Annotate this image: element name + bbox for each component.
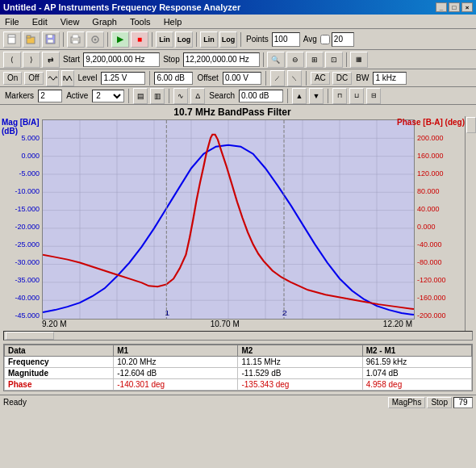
y-right-tick-10: -200.000 [417,311,446,320]
toolbar-level: On Off Level Offset ⟋ ⟍ AC DC BW [0,69,476,87]
scroll-thumb[interactable] [466,117,476,133]
row-mag-m2: -11.529 dB [238,368,362,379]
row-freq-m1: 10.20 MHz [114,357,238,368]
tb3-sep2 [265,71,266,86]
stop-status-button[interactable]: Stop [427,397,452,408]
zoom-all-button[interactable]: ⊞ [306,52,324,68]
toolbar-separator-1 [63,32,64,47]
chart-area: 10.7 MHz BandPass Filter Mag [B/A] (dB) … [0,105,465,331]
slope2-button[interactable]: ⟍ [287,70,302,86]
off-button[interactable]: Off [24,72,43,85]
lin-button[interactable]: Lin [156,31,173,48]
status-right: MagPhs Stop 79 [388,397,473,408]
settings-button[interactable] [86,31,104,48]
minimize-button[interactable]: _ [436,2,447,12]
title-bar: Untitled - AP Instruments Frequency Resp… [0,0,476,15]
fwd-button[interactable]: ⟩ [23,52,40,68]
on-button[interactable]: On [3,72,22,85]
autoscale-button[interactable]: ⊡ [325,52,343,68]
svg-rect-3 [27,36,31,38]
close-button[interactable]: × [461,2,473,12]
search-back-button[interactable]: ▼ [309,88,324,104]
bw-label: BW [354,73,370,82]
magphs-button[interactable]: MagPhs [388,397,426,408]
y-left-tick-8: -35.000 [15,276,40,284]
points-input[interactable] [272,32,300,47]
svg-rect-0 [8,35,15,44]
print-button[interactable] [67,31,85,48]
y-right-label: Phase [B-A] (deg) [397,118,465,127]
grid-button[interactable]: ▦ [350,52,368,68]
status-number: 79 [453,397,473,408]
col-header-diff: M2 - M1 [362,345,471,357]
menu-view[interactable]: View [59,17,81,27]
window-title: Untitled - AP Instruments Frequency Resp… [3,2,240,12]
max-button[interactable]: ⊔ [349,88,364,104]
y-right-tick-4: 40.000 [417,205,440,213]
marker-icon1[interactable]: ▤ [133,88,148,104]
search-fwd-button[interactable]: ▲ [292,88,307,104]
y-right-tick-5: 0.000 [417,223,436,231]
zoom-out-button[interactable]: ⊖ [286,52,304,68]
vertical-scrollbar[interactable] [465,116,476,331]
min-button[interactable]: ⊓ [332,88,347,104]
swap-button[interactable]: ⇄ [42,52,60,68]
markers-count-input[interactable] [38,90,62,102]
level-input[interactable] [101,72,145,85]
toolbar-sep-freq [263,52,264,67]
db-input[interactable] [154,72,193,85]
row-phase-m2: -135.343 deg [238,379,362,391]
h-scroll-thumb[interactable] [6,332,54,340]
x-axis-labels: 9.20 M 10.70 M 12.20 M [0,320,412,328]
new-button[interactable] [3,31,21,48]
marker-btn3[interactable]: ⊟ [366,88,381,104]
horizontal-scrollbar[interactable] [3,331,473,341]
zoom-in-button[interactable]: 🔍 [267,52,285,68]
stop-button[interactable]: ■ [131,31,148,48]
x-tick-0: 9.20 M [42,320,67,328]
y-right-tick-8: -120.000 [417,276,446,284]
slope1-button[interactable]: ⟋ [270,70,285,86]
run-button[interactable]: ▶ [111,31,129,48]
menu-edit[interactable]: Edit [31,17,49,27]
title-bar-buttons: _ □ × [436,2,473,12]
menu-tools[interactable]: Tools [128,17,152,27]
stop-freq-input[interactable] [183,52,260,67]
save-button[interactable] [42,31,60,48]
status-bar: Ready MagPhs Stop 79 [0,395,476,409]
log-button[interactable]: Log [175,31,193,48]
svg-point-11 [94,38,97,40]
offset-label: Offset [195,73,220,82]
marker-icon2[interactable]: ▥ [150,88,165,104]
active-label: Active [65,91,90,100]
menu-help[interactable]: Help [162,17,184,27]
avg-input[interactable] [332,32,354,47]
y-left-tick-6: -25.000 [15,240,40,249]
search-input[interactable] [239,90,283,102]
y-right-tick-0: 200.000 [417,134,444,142]
save-icon [45,34,56,45]
maximize-button[interactable]: □ [449,2,460,12]
dc-button[interactable]: DC [332,72,352,85]
markers-label: Markers [3,91,35,100]
logx-button[interactable]: Log [219,31,237,48]
toolbar-separator-3 [152,32,152,47]
menu-graph[interactable]: Graph [90,17,119,27]
open-button[interactable] [23,31,40,48]
search-label: Search [207,91,236,100]
y-left-tick-1: 0.000 [21,152,40,160]
active-marker-select[interactable]: 2 1 [92,90,124,102]
chart-plot[interactable]: 1 2 [42,119,415,320]
start-freq-input[interactable] [83,52,160,67]
y-left-tick-4: -15.000 [15,205,40,213]
offset-input[interactable] [223,72,261,85]
linx-button[interactable]: Lin [200,31,218,48]
menu-file[interactable]: File [3,17,21,27]
avg-checkbox[interactable] [320,35,330,44]
bw-input[interactable] [373,72,407,85]
x-tick-1: 10.70 M [211,320,240,328]
ac-button[interactable]: AC [311,72,330,85]
toolbar-separator-4 [196,32,197,47]
back-button[interactable]: ⟨ [3,52,21,68]
svg-rect-8 [73,40,78,44]
